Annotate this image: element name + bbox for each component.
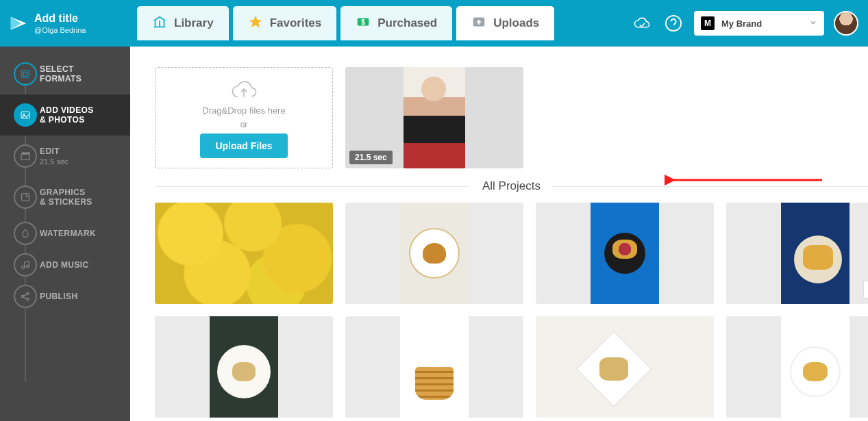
thumb-image — [781, 203, 850, 304]
thumb-image — [591, 203, 659, 304]
add-to-project-button[interactable]: ADD — [863, 281, 868, 298]
projects-divider: All Projects — [130, 179, 868, 193]
project-thumb[interactable] — [155, 316, 333, 418]
tab-purchased[interactable]: $ Purchased — [340, 6, 452, 40]
step-watermark[interactable]: WATERMARK — [0, 218, 130, 249]
step-label: PUBLISH — [40, 292, 77, 301]
svg-point-9 — [26, 265, 29, 268]
step-publish[interactable]: PUBLISH — [0, 281, 130, 312]
video-preview-image — [404, 67, 465, 168]
step-edit[interactable]: EDIT 21.5 sec — [0, 136, 130, 177]
svg-rect-6 — [21, 154, 29, 160]
video-duration-badge: 21.5 sec — [349, 151, 393, 164]
step-label: ADD MUSIC — [40, 260, 89, 270]
thumb-image — [536, 316, 714, 418]
step-select-formats[interactable]: SELECT FORMATS — [0, 53, 130, 94]
tab-label: Library — [174, 16, 214, 30]
cloud-upload-icon — [230, 78, 258, 101]
svg-marker-13 — [249, 15, 261, 27]
droplet-icon — [14, 222, 37, 245]
project-title[interactable]: Add title — [34, 12, 86, 25]
divider-line — [155, 186, 470, 187]
main-content: Drag&Drop files here or Upload Files 21.… — [130, 47, 868, 421]
sidebar-header: Add title @Olga Bedrina — [0, 0, 130, 47]
app-logo-icon — [8, 13, 29, 34]
project-thumb[interactable] — [155, 203, 333, 304]
star-icon — [248, 14, 263, 33]
dollar-icon: $ — [356, 14, 371, 33]
tab-label: Uploads — [493, 16, 539, 30]
sticker-icon — [14, 186, 37, 209]
cloud-synced-icon[interactable] — [631, 12, 653, 34]
step-add-videos-photos[interactable]: ADD VIDEOS & PHOTOS — [0, 94, 130, 136]
upload-files-button[interactable]: Upload Files — [200, 133, 287, 158]
top-bar: Library Favorites $ Purchased Uploads M … — [130, 0, 868, 47]
svg-marker-1 — [11, 17, 21, 30]
svg-rect-7 — [22, 194, 29, 201]
project-thumb[interactable] — [536, 203, 714, 304]
thumb-image — [400, 203, 469, 304]
sidebar: Add title @Olga Bedrina SELECT FORMATS A… — [0, 0, 130, 421]
brand-name: My Brand — [721, 18, 802, 29]
library-icon — [152, 14, 167, 33]
share-icon — [14, 285, 37, 308]
tab-label: Purchased — [377, 16, 437, 30]
music-icon — [14, 253, 37, 277]
step-label: WATERMARK — [40, 229, 96, 238]
thumb-image — [781, 316, 850, 418]
uploaded-video-thumb[interactable]: 21.5 sec — [345, 67, 523, 168]
clapperboard-icon — [14, 144, 37, 168]
chevron-down-icon — [809, 18, 817, 29]
svg-point-8 — [22, 266, 25, 268]
step-label: GRAPHICS & STICKERS — [40, 188, 92, 207]
tab-uploads[interactable]: Uploads — [456, 6, 554, 40]
user-avatar[interactable] — [834, 11, 858, 36]
upload-row: Drag&Drop files here or Upload Files 21.… — [155, 67, 868, 168]
dropzone-text: Drag&Drop files here — [202, 105, 285, 116]
step-edit-duration: 21.5 sec — [40, 157, 69, 166]
project-thumb[interactable] — [536, 316, 714, 418]
project-thumb[interactable] — [345, 203, 523, 304]
tab-library[interactable]: Library — [137, 6, 229, 40]
divider-line — [553, 186, 868, 187]
projects-grid: ADD PR — [155, 203, 868, 418]
step-label: ADD VIDEOS & PHOTOS — [40, 105, 94, 125]
step-graphics-stickers[interactable]: GRAPHICS & STICKERS — [0, 177, 130, 218]
project-thumb[interactable] — [726, 316, 868, 418]
project-thumb[interactable] — [345, 316, 523, 418]
dropzone-or: or — [240, 120, 248, 129]
svg-rect-2 — [22, 71, 29, 78]
thumb-image — [155, 203, 333, 304]
user-handle: @Olga Bedrina — [34, 26, 86, 34]
step-add-music[interactable]: ADD MUSIC — [0, 249, 130, 281]
sidebar-steps: SELECT FORMATS ADD VIDEOS & PHOTOS EDIT … — [0, 47, 130, 312]
brand-selector[interactable]: M My Brand — [694, 11, 824, 36]
svg-text:$: $ — [361, 18, 365, 25]
tab-label: Favorites — [270, 16, 322, 30]
step-label: EDIT 21.5 sec — [40, 146, 69, 166]
image-icon — [14, 103, 37, 127]
project-thumb[interactable]: ADD PR — [726, 203, 868, 304]
svg-point-17 — [666, 16, 681, 31]
upload-dropzone[interactable]: Drag&Drop files here or Upload Files — [155, 67, 333, 168]
tab-favorites[interactable]: Favorites — [233, 6, 337, 40]
svg-rect-3 — [23, 72, 27, 75]
format-icon — [14, 62, 37, 86]
step-label: SELECT FORMATS — [40, 64, 82, 84]
help-icon[interactable] — [662, 12, 684, 34]
brand-badge: M — [701, 16, 715, 30]
thumb-image — [400, 316, 469, 418]
thumb-image — [210, 316, 278, 418]
upload-icon — [471, 14, 486, 33]
all-projects-label: All Projects — [470, 179, 553, 193]
